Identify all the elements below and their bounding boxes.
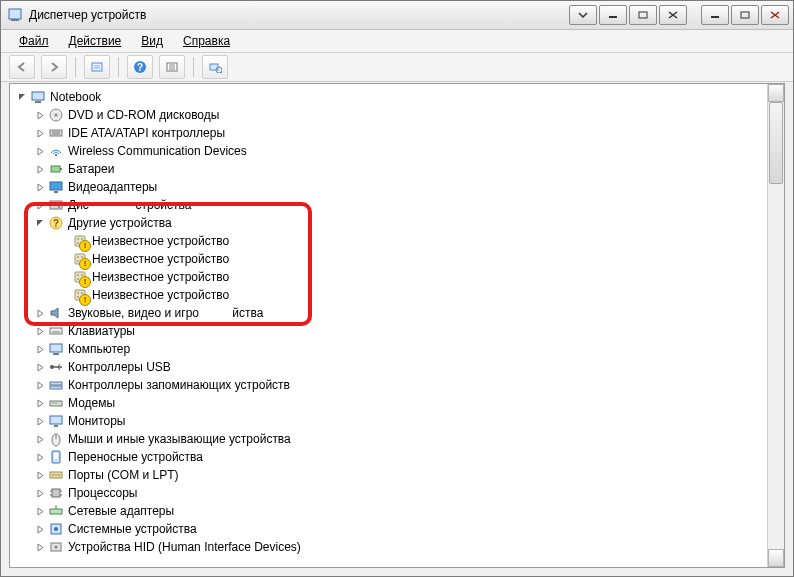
expand-icon[interactable] bbox=[34, 397, 46, 409]
tree-row[interactable]: Устройства HID (Human Interface Devices) bbox=[12, 538, 768, 556]
expand-icon[interactable] bbox=[34, 523, 46, 535]
tree-row[interactable]: Клавиатуры bbox=[12, 322, 768, 340]
tree-row[interactable]: Дис стройства bbox=[12, 196, 768, 214]
collapse-icon[interactable] bbox=[34, 217, 46, 229]
svg-text:?: ? bbox=[137, 62, 143, 73]
scan-hardware-button[interactable] bbox=[202, 55, 228, 79]
properties-button[interactable] bbox=[159, 55, 185, 79]
device-tree[interactable]: NotebookDVD и CD-ROM дисководыIDE ATA/AT… bbox=[10, 84, 768, 567]
expand-icon[interactable] bbox=[34, 325, 46, 337]
expand-icon[interactable] bbox=[34, 343, 46, 355]
tree-label: Неизвестное устройство bbox=[92, 288, 229, 302]
tree-row[interactable]: Системные устройства bbox=[12, 520, 768, 538]
expand-icon[interactable] bbox=[34, 163, 46, 175]
minimize-button[interactable] bbox=[701, 5, 729, 25]
cpu-icon bbox=[48, 485, 64, 501]
scroll-thumb[interactable] bbox=[769, 102, 783, 184]
extra-caption-buttons bbox=[569, 5, 687, 25]
tree-row[interactable]: Звуковые, видео и игро йства bbox=[12, 304, 768, 322]
tree-row[interactable]: Notebook bbox=[12, 88, 768, 106]
tree-row[interactable]: Модемы bbox=[12, 394, 768, 412]
tree-row[interactable]: DVD и CD-ROM дисководы bbox=[12, 106, 768, 124]
tree-row[interactable]: Контроллеры запоминающих устройств bbox=[12, 376, 768, 394]
tree-row[interactable]: Неизвестное устройство bbox=[12, 232, 768, 250]
tree-row[interactable]: Порты (COM и LPT) bbox=[12, 466, 768, 484]
tree-label: Устройства HID (Human Interface Devices) bbox=[68, 540, 301, 554]
storage-ctrl-icon bbox=[48, 377, 64, 393]
scroll-up-button[interactable] bbox=[768, 84, 784, 102]
svg-point-44 bbox=[77, 274, 79, 276]
tree-label: IDE ATA/ATAPI контроллеры bbox=[68, 126, 225, 140]
expand-icon[interactable] bbox=[34, 469, 46, 481]
tree-label: Системные устройства bbox=[68, 522, 197, 536]
tree-label: Клавиатуры bbox=[68, 324, 135, 338]
svg-point-46 bbox=[77, 278, 79, 280]
expand-icon[interactable] bbox=[34, 505, 46, 517]
expand-icon[interactable] bbox=[34, 487, 46, 499]
mouse-icon bbox=[48, 431, 64, 447]
tree-row[interactable]: Неизвестное устройство bbox=[12, 286, 768, 304]
vertical-scrollbar[interactable] bbox=[767, 84, 784, 567]
tree-row[interactable]: Мониторы bbox=[12, 412, 768, 430]
expand-icon[interactable] bbox=[34, 127, 46, 139]
back-button[interactable] bbox=[9, 55, 35, 79]
expand-icon[interactable] bbox=[34, 361, 46, 373]
hid-icon bbox=[48, 539, 64, 555]
extra-close-button[interactable] bbox=[659, 5, 687, 25]
scroll-down-button[interactable] bbox=[768, 549, 784, 567]
computer-icon bbox=[30, 89, 46, 105]
tree-label: Wireless Communication Devices bbox=[68, 144, 247, 158]
maximize-button[interactable] bbox=[731, 5, 759, 25]
expand-icon[interactable] bbox=[34, 415, 46, 427]
tree-row[interactable]: Неизвестное устройство bbox=[12, 268, 768, 286]
toolbar-separator bbox=[75, 57, 76, 77]
forward-button[interactable] bbox=[41, 55, 67, 79]
dropdown-caption-button[interactable] bbox=[569, 5, 597, 25]
svg-text:?: ? bbox=[53, 218, 59, 229]
svg-rect-5 bbox=[741, 12, 749, 18]
tree-row[interactable]: Мыши и иные указывающие устройства bbox=[12, 430, 768, 448]
tree-row[interactable]: Батареи bbox=[12, 160, 768, 178]
expand-icon[interactable] bbox=[34, 109, 46, 121]
tree-row[interactable]: Wireless Communication Devices bbox=[12, 142, 768, 160]
expand-icon[interactable] bbox=[34, 379, 46, 391]
tree-label: Контроллеры USB bbox=[68, 360, 171, 374]
svg-point-45 bbox=[81, 274, 83, 276]
svg-rect-82 bbox=[50, 509, 62, 514]
disc-icon bbox=[48, 107, 64, 123]
collapse-icon[interactable] bbox=[16, 91, 28, 103]
extra-maximize-button[interactable] bbox=[629, 5, 657, 25]
tree-row[interactable]: IDE ATA/ATAPI контроллеры bbox=[12, 124, 768, 142]
tree-row[interactable]: Компьютер bbox=[12, 340, 768, 358]
svg-point-42 bbox=[81, 260, 83, 262]
expand-icon[interactable] bbox=[34, 199, 46, 211]
expand-icon[interactable] bbox=[34, 451, 46, 463]
expand-icon[interactable] bbox=[34, 307, 46, 319]
menu-file[interactable]: Файл bbox=[11, 32, 57, 50]
usb-icon bbox=[48, 359, 64, 375]
svg-point-35 bbox=[81, 238, 83, 240]
close-button[interactable] bbox=[761, 5, 789, 25]
extra-minimize-button[interactable] bbox=[599, 5, 627, 25]
tree-row[interactable]: Переносные устройства bbox=[12, 448, 768, 466]
tree-row[interactable]: Видеоадаптеры bbox=[12, 178, 768, 196]
menu-action[interactable]: Действие bbox=[61, 32, 130, 50]
tree-row[interactable]: Неизвестное устройство bbox=[12, 250, 768, 268]
menu-help[interactable]: Справка bbox=[175, 32, 238, 50]
svg-rect-63 bbox=[50, 386, 62, 389]
help-button[interactable]: ? bbox=[127, 55, 153, 79]
unknown-device-icon bbox=[72, 251, 88, 267]
expand-icon[interactable] bbox=[34, 433, 46, 445]
tree-row[interactable]: Контроллеры USB bbox=[12, 358, 768, 376]
svg-point-41 bbox=[77, 260, 79, 262]
keyboard-icon bbox=[48, 323, 64, 339]
expand-icon[interactable] bbox=[34, 145, 46, 157]
tree-row[interactable]: ?Другие устройства bbox=[12, 214, 768, 232]
storage-icon bbox=[48, 197, 64, 213]
show-hidden-button[interactable] bbox=[84, 55, 110, 79]
tree-row[interactable]: Сетевые адаптеры bbox=[12, 502, 768, 520]
tree-row[interactable]: Процессоры bbox=[12, 484, 768, 502]
expand-icon[interactable] bbox=[34, 541, 46, 553]
menu-view[interactable]: Вид bbox=[133, 32, 171, 50]
expand-icon[interactable] bbox=[34, 181, 46, 193]
